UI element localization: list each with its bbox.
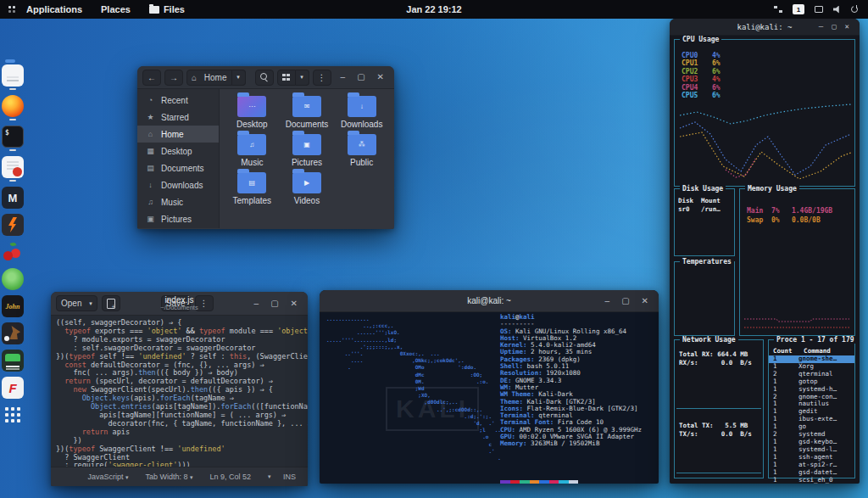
chevron-down-icon: ▾: [236, 74, 240, 81]
display-icon[interactable]: [815, 6, 823, 13]
terminal-titlebar[interactable]: kali@kali: ~ – ▢ ✕: [320, 290, 659, 312]
forward-button[interactable]: →: [164, 70, 183, 86]
new-document-button[interactable]: [102, 295, 120, 311]
grid-view-button[interactable]: [277, 70, 296, 86]
dock-zaproxy[interactable]: [2, 268, 24, 290]
palette-color: [530, 480, 540, 484]
cpu-core-row: CPU04%: [682, 52, 854, 59]
sidebar-item-label: Recent: [161, 96, 188, 105]
maximize-button[interactable]: ▢: [270, 299, 278, 308]
minimize-button[interactable]: –: [341, 73, 346, 81]
activities-grid-icon[interactable]: [8, 6, 15, 13]
places-label: Places: [101, 4, 131, 14]
sidebar-item-label: Desktop: [161, 147, 192, 156]
dock-dirbuster[interactable]: [2, 322, 24, 344]
monitor-window: kali@kali: ~ – ▢ ✕ CPU Usage CPU04%CPU16…: [670, 19, 860, 484]
cursor-position[interactable]: Ln 9, Col 52: [210, 473, 252, 481]
menu-applications[interactable]: Applications: [17, 0, 92, 19]
code-editor[interactable]: ((self, swaggerDecorator) ⇒ { typeof exp…: [51, 316, 308, 467]
window-menu-button[interactable]: ⋮: [313, 70, 331, 86]
dock-cherrytree[interactable]: [2, 241, 24, 263]
folder-videos[interactable]: ▶Videos: [280, 172, 335, 205]
sidebar-item-downloads[interactable]: ↓Downloads: [137, 176, 219, 193]
save-button[interactable]: Save: [161, 295, 191, 311]
dock-texteditor[interactable]: [2, 156, 24, 182]
menu-files[interactable]: Files: [140, 0, 194, 19]
power-icon[interactable]: [851, 6, 858, 13]
path-home-button[interactable]: ⌂ Home: [186, 70, 232, 86]
maximize-button[interactable]: ▢: [357, 73, 364, 81]
palette-color: [569, 480, 579, 484]
dock-firefox[interactable]: [2, 95, 24, 120]
close-button[interactable]: ✕: [642, 297, 648, 305]
tab-width-selector[interactable]: Tab Width: 8 ▾: [145, 473, 192, 481]
dirbuster-icon: [2, 322, 24, 344]
dock-showapps[interactable]: [2, 404, 24, 426]
folder-templates[interactable]: ▤Templates: [225, 172, 280, 205]
maximize-button[interactable]: ▢: [832, 23, 836, 31]
palette-color: [500, 480, 510, 484]
dock-ffuf[interactable]: F: [2, 377, 24, 399]
close-button[interactable]: ✕: [291, 299, 298, 308]
process-list-title: Proce 1 - 17 of 179: [774, 336, 857, 344]
goto-dropdown[interactable]: ▾: [268, 473, 271, 480]
dock-john[interactable]: John: [2, 295, 24, 317]
minimize-button[interactable]: –: [254, 299, 259, 308]
cpu-usage-title: CPU Usage: [680, 36, 721, 43]
sidebar-item-desktop[interactable]: ▦Desktop: [137, 143, 219, 159]
close-button[interactable]: ✕: [377, 73, 384, 81]
close-button[interactable]: ✕: [845, 23, 849, 31]
workspace-indicator[interactable]: 1: [793, 4, 804, 14]
folder-label: Desktop: [236, 120, 268, 129]
sidebar-item-music[interactable]: ♫Music: [137, 193, 219, 210]
dock-airgeddon[interactable]: [2, 350, 24, 372]
language-selector[interactable]: JavaScript ▾: [87, 473, 128, 481]
dock-files[interactable]: [2, 64, 24, 90]
view-dropdown-button[interactable]: ▾: [296, 70, 309, 86]
chevron-down-icon: ▾: [300, 74, 303, 81]
minimize-button[interactable]: –: [819, 23, 823, 31]
open-button[interactable]: Open ▾: [56, 295, 97, 311]
terminal-window: kali@kali: ~ – ▢ ✕ KALI .............. .…: [320, 290, 659, 484]
process-row[interactable]: 1scsi_eh_0: [769, 477, 854, 484]
sidebar-item-pictures[interactable]: ▣Pictures: [137, 210, 219, 227]
network-divider: [676, 408, 761, 409]
files-titlebar[interactable]: ← → ⌂ Home ▾ ▾ ⋮ – ▢ ✕: [137, 66, 394, 89]
cpu-core-row: CPU16%: [682, 59, 854, 67]
path-dropdown-button[interactable]: ▾: [232, 70, 246, 86]
editor-titlebar[interactable]: Open ▾ index.js ~/Documents Save ⋮ – ▢ ✕: [51, 292, 308, 316]
sidebar-item-starred[interactable]: ★Starred: [137, 109, 219, 126]
process-row[interactable]: 1ibus-exte…: [769, 416, 854, 423]
running-indicator: [9, 88, 16, 90]
folder-desktop[interactable]: ⋯Desktop: [225, 96, 280, 129]
path-label: Home: [204, 73, 227, 82]
folder-public[interactable]: ⁂Public: [334, 134, 389, 167]
dock-burpsuite[interactable]: [2, 214, 24, 236]
search-button[interactable]: [255, 70, 274, 86]
firefox-icon: [2, 95, 24, 117]
process-header: Count Command: [769, 347, 854, 355]
minimize-button[interactable]: –: [605, 297, 610, 305]
folder-documents[interactable]: ✉Documents: [280, 96, 335, 129]
maximize-button[interactable]: ▢: [621, 297, 629, 305]
running-indicator: [9, 180, 16, 182]
sidebar-item-home[interactable]: ⌂Home: [137, 126, 219, 143]
sidebar-item-documents[interactable]: ▤Documents: [137, 159, 219, 176]
back-button[interactable]: ←: [142, 70, 161, 86]
volume-icon[interactable]: [833, 6, 841, 14]
network-icon[interactable]: [774, 6, 782, 13]
folder-music[interactable]: ♫Music: [225, 134, 280, 167]
folder-downloads[interactable]: ↓Downloads: [334, 96, 389, 129]
starred-icon: ★: [146, 113, 155, 121]
dock-qterminal[interactable]: $: [2, 126, 24, 151]
menu-places[interactable]: Places: [92, 0, 140, 19]
folder-pictures[interactable]: ▣Pictures: [280, 134, 335, 167]
temperatures-box: Temperatures: [674, 261, 735, 336]
dock-metasploit[interactable]: M: [2, 187, 24, 209]
editor-menu-button[interactable]: ⋮: [195, 295, 214, 311]
disk-usage-box: Disk Usage Disk Mountsr0 /run…: [674, 188, 735, 256]
process-list-box: Proce 1 - 17 of 179 Count Command 1gnome…: [768, 339, 855, 478]
sidebar-item-recent[interactable]: ◔Recent: [137, 92, 219, 109]
monitor-titlebar[interactable]: kali@kali: ~ – ▢ ✕: [670, 19, 860, 36]
terminal-body[interactable]: KALI .............. ..,;:ccc,. ......'''…: [320, 312, 659, 484]
